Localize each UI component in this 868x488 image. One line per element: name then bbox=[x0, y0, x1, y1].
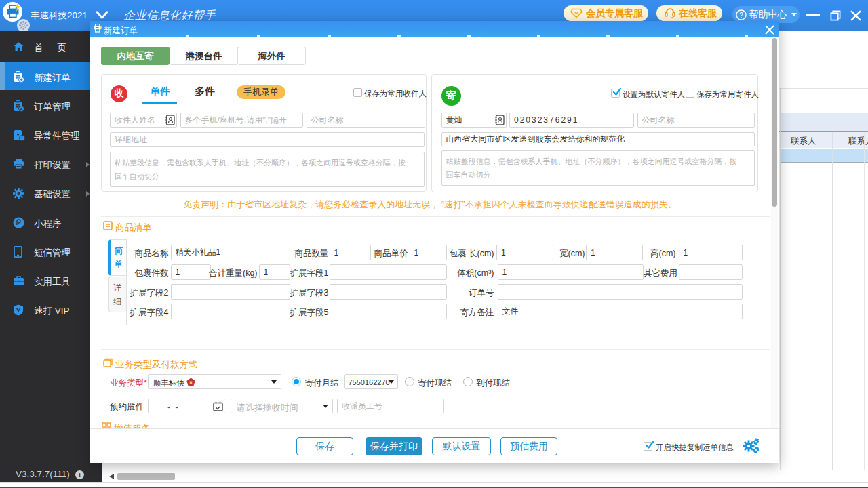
svg-text:?: ? bbox=[739, 11, 743, 18]
